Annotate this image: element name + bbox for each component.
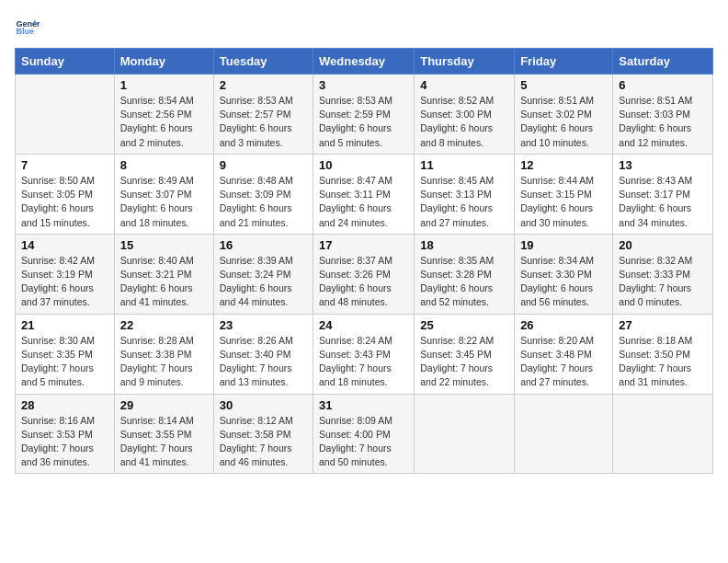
calendar-cell: 22Sunrise: 8:28 AMSunset: 3:38 PMDayligh…: [114, 314, 213, 394]
day-info: Sunrise: 8:51 AMSunset: 3:02 PMDaylight:…: [520, 94, 607, 150]
day-info: Sunrise: 8:30 AMSunset: 3:35 PMDaylight:…: [21, 334, 108, 390]
day-number: 17: [319, 238, 408, 252]
weekday-header-sunday: Sunday: [16, 49, 115, 75]
calendar-cell: 18Sunrise: 8:35 AMSunset: 3:28 PMDayligh…: [415, 234, 515, 314]
calendar-cell: 5Sunrise: 8:51 AMSunset: 3:02 PMDaylight…: [515, 75, 613, 155]
day-info: Sunrise: 8:53 AMSunset: 2:57 PMDaylight:…: [220, 94, 307, 150]
week-row-4: 21Sunrise: 8:30 AMSunset: 3:35 PMDayligh…: [16, 314, 713, 394]
day-number: 7: [21, 158, 108, 172]
week-row-1: 1Sunrise: 8:54 AMSunset: 2:56 PMDaylight…: [16, 75, 713, 155]
calendar-cell: 10Sunrise: 8:47 AMSunset: 3:11 PMDayligh…: [313, 154, 415, 234]
day-number: 15: [120, 238, 208, 252]
page-header: General Blue: [15, 15, 713, 40]
day-number: 6: [619, 78, 707, 92]
day-info: Sunrise: 8:40 AMSunset: 3:21 PMDaylight:…: [120, 254, 208, 310]
day-number: 13: [619, 158, 707, 172]
calendar-cell: 9Sunrise: 8:48 AMSunset: 3:09 PMDaylight…: [213, 154, 313, 234]
calendar-cell: 30Sunrise: 8:12 AMSunset: 3:58 PMDayligh…: [213, 394, 313, 474]
calendar-cell: 23Sunrise: 8:26 AMSunset: 3:40 PMDayligh…: [213, 314, 313, 394]
calendar-cell: 11Sunrise: 8:45 AMSunset: 3:13 PMDayligh…: [415, 154, 515, 234]
day-info: Sunrise: 8:48 AMSunset: 3:09 PMDaylight:…: [220, 174, 307, 230]
day-number: 26: [520, 318, 607, 332]
day-info: Sunrise: 8:24 AMSunset: 3:43 PMDaylight:…: [319, 334, 408, 390]
calendar-cell: 8Sunrise: 8:49 AMSunset: 3:07 PMDaylight…: [114, 154, 213, 234]
calendar-cell: 3Sunrise: 8:53 AMSunset: 2:59 PMDaylight…: [313, 75, 415, 155]
day-number: 18: [420, 238, 508, 252]
logo-icon: General Blue: [15, 15, 40, 40]
day-info: Sunrise: 8:18 AMSunset: 3:50 PMDaylight:…: [619, 334, 707, 390]
calendar-cell: 4Sunrise: 8:52 AMSunset: 3:00 PMDaylight…: [415, 75, 515, 155]
day-info: Sunrise: 8:09 AMSunset: 4:00 PMDaylight:…: [319, 414, 408, 470]
calendar-cell: 12Sunrise: 8:44 AMSunset: 3:15 PMDayligh…: [515, 154, 613, 234]
calendar-cell: 17Sunrise: 8:37 AMSunset: 3:26 PMDayligh…: [313, 234, 415, 314]
day-info: Sunrise: 8:42 AMSunset: 3:19 PMDaylight:…: [21, 254, 108, 310]
day-info: Sunrise: 8:49 AMSunset: 3:07 PMDaylight:…: [120, 174, 208, 230]
calendar-cell: [415, 394, 515, 474]
day-number: 28: [21, 398, 108, 412]
day-number: 4: [420, 78, 508, 92]
day-info: Sunrise: 8:44 AMSunset: 3:15 PMDaylight:…: [520, 174, 607, 230]
day-info: Sunrise: 8:43 AMSunset: 3:17 PMDaylight:…: [619, 174, 707, 230]
day-number: 11: [420, 158, 508, 172]
day-info: Sunrise: 8:39 AMSunset: 3:24 PMDaylight:…: [220, 254, 307, 310]
day-number: 27: [619, 318, 707, 332]
day-info: Sunrise: 8:45 AMSunset: 3:13 PMDaylight:…: [420, 174, 508, 230]
day-number: 5: [520, 78, 607, 92]
day-info: Sunrise: 8:54 AMSunset: 2:56 PMDaylight:…: [120, 94, 208, 150]
day-info: Sunrise: 8:32 AMSunset: 3:33 PMDaylight:…: [619, 254, 707, 310]
weekday-header-row: SundayMondayTuesdayWednesdayThursdayFrid…: [16, 49, 713, 75]
day-info: Sunrise: 8:50 AMSunset: 3:05 PMDaylight:…: [21, 174, 108, 230]
calendar-cell: 21Sunrise: 8:30 AMSunset: 3:35 PMDayligh…: [16, 314, 115, 394]
day-info: Sunrise: 8:51 AMSunset: 3:03 PMDaylight:…: [619, 94, 707, 150]
day-number: 14: [21, 238, 108, 252]
calendar-cell: 19Sunrise: 8:34 AMSunset: 3:30 PMDayligh…: [515, 234, 613, 314]
weekday-header-wednesday: Wednesday: [313, 49, 415, 75]
day-info: Sunrise: 8:20 AMSunset: 3:48 PMDaylight:…: [520, 334, 607, 390]
calendar-cell: 16Sunrise: 8:39 AMSunset: 3:24 PMDayligh…: [213, 234, 313, 314]
day-number: 3: [319, 78, 408, 92]
calendar-cell: 2Sunrise: 8:53 AMSunset: 2:57 PMDaylight…: [213, 75, 313, 155]
calendar-cell: 28Sunrise: 8:16 AMSunset: 3:53 PMDayligh…: [16, 394, 115, 474]
week-row-3: 14Sunrise: 8:42 AMSunset: 3:19 PMDayligh…: [16, 234, 713, 314]
day-number: 8: [120, 158, 208, 172]
calendar-cell: 24Sunrise: 8:24 AMSunset: 3:43 PMDayligh…: [313, 314, 415, 394]
day-number: 30: [220, 398, 307, 412]
logo: General Blue: [15, 15, 44, 40]
day-info: Sunrise: 8:52 AMSunset: 3:00 PMDaylight:…: [420, 94, 508, 150]
calendar-cell: 6Sunrise: 8:51 AMSunset: 3:03 PMDaylight…: [613, 75, 713, 155]
day-number: 10: [319, 158, 408, 172]
day-number: 16: [220, 238, 307, 252]
day-info: Sunrise: 8:34 AMSunset: 3:30 PMDaylight:…: [520, 254, 607, 310]
calendar-cell: 15Sunrise: 8:40 AMSunset: 3:21 PMDayligh…: [114, 234, 213, 314]
weekday-header-saturday: Saturday: [613, 49, 713, 75]
calendar-cell: 20Sunrise: 8:32 AMSunset: 3:33 PMDayligh…: [613, 234, 713, 314]
day-number: 9: [220, 158, 307, 172]
day-info: Sunrise: 8:12 AMSunset: 3:58 PMDaylight:…: [220, 414, 307, 470]
week-row-2: 7Sunrise: 8:50 AMSunset: 3:05 PMDaylight…: [16, 154, 713, 234]
calendar-cell: [515, 394, 613, 474]
weekday-header-monday: Monday: [114, 49, 213, 75]
day-info: Sunrise: 8:16 AMSunset: 3:53 PMDaylight:…: [21, 414, 108, 470]
week-row-5: 28Sunrise: 8:16 AMSunset: 3:53 PMDayligh…: [16, 394, 713, 474]
calendar-table: SundayMondayTuesdayWednesdayThursdayFrid…: [15, 48, 713, 474]
calendar-cell: 13Sunrise: 8:43 AMSunset: 3:17 PMDayligh…: [613, 154, 713, 234]
day-number: 2: [220, 78, 307, 92]
weekday-header-friday: Friday: [515, 49, 613, 75]
weekday-header-tuesday: Tuesday: [213, 49, 313, 75]
day-number: 29: [120, 398, 208, 412]
svg-text:Blue: Blue: [16, 27, 34, 36]
day-number: 25: [420, 318, 508, 332]
day-number: 22: [120, 318, 208, 332]
calendar-cell: 14Sunrise: 8:42 AMSunset: 3:19 PMDayligh…: [16, 234, 115, 314]
calendar-cell: 7Sunrise: 8:50 AMSunset: 3:05 PMDaylight…: [16, 154, 115, 234]
calendar-cell: 1Sunrise: 8:54 AMSunset: 2:56 PMDaylight…: [114, 75, 213, 155]
day-number: 23: [220, 318, 307, 332]
day-info: Sunrise: 8:14 AMSunset: 3:55 PMDaylight:…: [120, 414, 208, 470]
calendar-cell: 31Sunrise: 8:09 AMSunset: 4:00 PMDayligh…: [313, 394, 415, 474]
day-info: Sunrise: 8:53 AMSunset: 2:59 PMDaylight:…: [319, 94, 408, 150]
weekday-header-thursday: Thursday: [415, 49, 515, 75]
day-info: Sunrise: 8:28 AMSunset: 3:38 PMDaylight:…: [120, 334, 208, 390]
day-number: 31: [319, 398, 408, 412]
calendar-cell: [613, 394, 713, 474]
day-number: 21: [21, 318, 108, 332]
